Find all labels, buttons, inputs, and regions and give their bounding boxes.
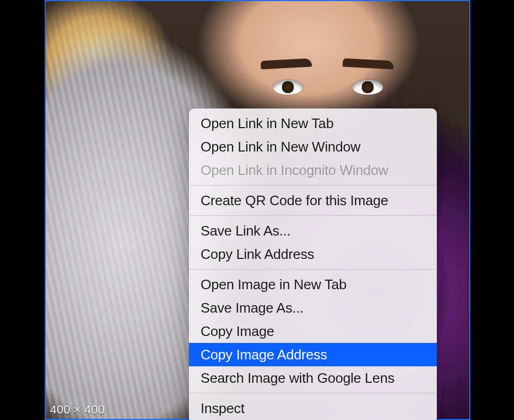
menu-item-save-image-as[interactable]: Save Image As... (189, 296, 437, 320)
menu-item-copy-link-address[interactable]: Copy Link Address (189, 242, 437, 266)
menu-item-open-link-in-new-tab[interactable]: Open Link in New Tab (189, 112, 437, 135)
menu-item-open-image-in-new-tab[interactable]: Open Image in New Tab (189, 273, 437, 296)
menu-item-save-link-as[interactable]: Save Link As... (189, 219, 437, 242)
menu-separator (189, 269, 437, 270)
menu-item-search-image-with-google-lens[interactable]: Search Image with Google Lens (189, 366, 437, 390)
menu-item-create-qr-code-for-this-image[interactable]: Create QR Code for this Image (189, 189, 437, 212)
menu-item-inspect[interactable]: Inspect (189, 397, 437, 420)
menu-separator (189, 215, 437, 216)
portrait-eye (352, 80, 383, 95)
menu-separator (189, 185, 437, 186)
image-dimensions-badge: 400 × 400 (47, 403, 107, 418)
menu-item-open-link-in-incognito-window: Open Link in Incognito Window (189, 158, 437, 182)
portrait-eye (272, 80, 303, 95)
menu-item-open-link-in-new-window[interactable]: Open Link in New Window (189, 135, 437, 158)
menu-item-copy-image[interactable]: Copy Image (189, 320, 437, 343)
menu-separator (189, 393, 437, 393)
menu-item-copy-image-address[interactable]: Copy Image Address (189, 343, 437, 366)
context-menu: Open Link in New TabOpen Link in New Win… (189, 108, 437, 420)
